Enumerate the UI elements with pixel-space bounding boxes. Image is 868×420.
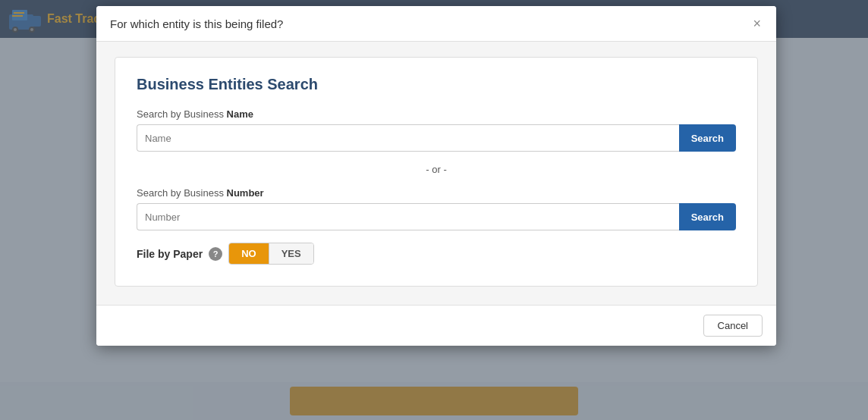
- number-search-button[interactable]: Search: [679, 203, 736, 230]
- modal-header: For which entity is this being filed? ×: [96, 6, 776, 42]
- number-field-label: Search by Business Number: [137, 187, 736, 199]
- content-box: Business Entities Search Search by Busin…: [115, 57, 758, 287]
- file-by-paper-row: File by Paper ? NO YES: [137, 243, 736, 265]
- help-icon[interactable]: ?: [209, 247, 222, 261]
- name-search-input[interactable]: [137, 124, 679, 152]
- file-by-paper-label: File by Paper: [137, 248, 203, 260]
- modal-footer: Cancel: [96, 305, 776, 346]
- toggle-no-button[interactable]: NO: [229, 243, 269, 264]
- modal-close-button[interactable]: ×: [751, 17, 763, 30]
- name-search-row: Search: [137, 124, 736, 152]
- toggle-group: NO YES: [228, 243, 314, 265]
- modal-title: For which entity is this being filed?: [110, 17, 283, 30]
- name-search-button[interactable]: Search: [679, 124, 736, 152]
- name-field-label: Search by Business Name: [137, 108, 736, 120]
- modal-body: Business Entities Search Search by Busin…: [96, 42, 776, 305]
- toggle-yes-button[interactable]: YES: [269, 243, 313, 264]
- number-search-row: Search: [137, 203, 736, 230]
- number-search-input[interactable]: [137, 203, 679, 230]
- or-divider: - or -: [137, 164, 736, 175]
- cancel-button[interactable]: Cancel: [703, 315, 763, 337]
- section-title: Business Entities Search: [137, 76, 736, 93]
- modal-dialog: For which entity is this being filed? × …: [96, 6, 776, 346]
